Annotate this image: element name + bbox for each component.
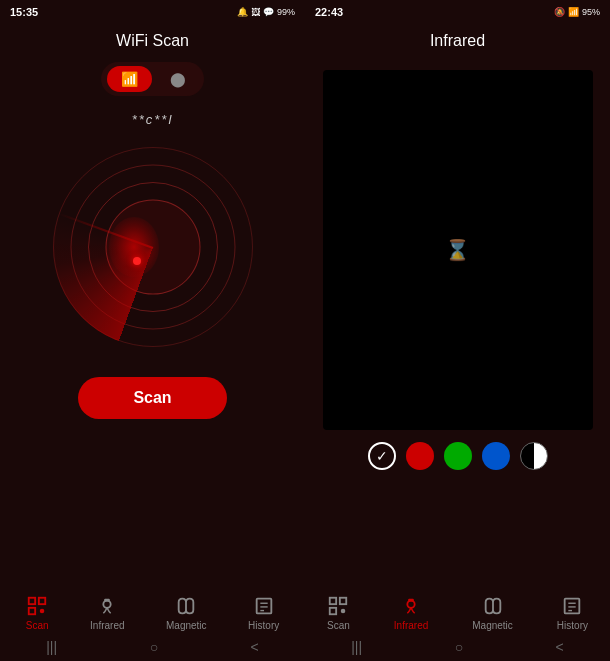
nav-label-scan-left: Scan <box>26 620 49 631</box>
scan-button[interactable]: Scan <box>78 377 226 419</box>
svg-rect-15 <box>408 599 414 602</box>
back-icon-left[interactable]: < <box>251 639 259 655</box>
nav-item-history-right[interactable]: History <box>557 595 588 631</box>
network-name: **c**l <box>132 112 174 127</box>
nav-label-history-right: History <box>557 620 588 631</box>
svg-point-3 <box>40 609 45 614</box>
camera-view: ⌛ <box>323 70 593 430</box>
nav-item-magnetic-left[interactable]: Magnetic <box>166 595 207 631</box>
magnetic-nav-icon-left <box>175 595 197 617</box>
time-left: 15:35 <box>10 6 38 18</box>
nav-item-infrared-right[interactable]: Infrared <box>394 595 428 631</box>
color-blue-button[interactable] <box>482 442 510 470</box>
back-icon-right[interactable]: < <box>556 639 564 655</box>
nav-label-infrared-right: Infrared <box>394 620 428 631</box>
svg-rect-12 <box>330 608 336 614</box>
page-title-left: WiFi Scan <box>116 32 189 50</box>
svg-point-13 <box>341 609 346 614</box>
bt-toggle[interactable]: ⬤ <box>158 66 198 92</box>
toggle-bar: 📶 ⬤ <box>101 62 204 96</box>
color-red-button[interactable] <box>406 442 434 470</box>
scan-nav-icon <box>26 595 48 617</box>
scan-nav-icon-right <box>327 595 349 617</box>
color-check-button[interactable]: ✓ <box>368 442 396 470</box>
nav-label-history-left: History <box>248 620 279 631</box>
recent-apps-icon-right[interactable]: ||| <box>351 639 362 655</box>
infrared-nav-icon-left <box>96 595 118 617</box>
battery-right: 95% <box>582 7 600 17</box>
svg-rect-1 <box>39 598 45 604</box>
nav-item-magnetic-right[interactable]: Magnetic <box>472 595 513 631</box>
magnetic-nav-icon-right <box>482 595 504 617</box>
status-bar-left: 15:35 🔔 🖼 💬 99% <box>0 0 305 24</box>
svg-point-14 <box>407 601 414 608</box>
time-right: 22:43 <box>315 6 343 18</box>
nav-item-scan-left[interactable]: Scan <box>26 595 49 631</box>
signal-icon: 📶 <box>568 7 579 17</box>
radar-dot <box>133 257 141 265</box>
color-green-button[interactable] <box>444 442 472 470</box>
color-palette: ✓ <box>368 442 548 470</box>
nav-label-magnetic-right: Magnetic <box>472 620 513 631</box>
wifi-toggle[interactable]: 📶 <box>107 66 152 92</box>
home-bar-left: ||| ○ < <box>0 639 305 655</box>
sound-icon: 🔕 <box>554 7 565 17</box>
loading-spinner: ⌛ <box>445 238 470 262</box>
infrared-nav-icon-right <box>400 595 422 617</box>
status-bar-right: 22:43 🔕 📶 95% <box>305 0 610 24</box>
history-nav-icon-right <box>561 595 583 617</box>
recent-apps-icon-left[interactable]: ||| <box>46 639 57 655</box>
right-panel: 22:43 🔕 📶 95% Infrared ⌛ ✓ Scan <box>305 0 610 661</box>
color-bw-button[interactable] <box>520 442 548 470</box>
nav-label-scan-right: Scan <box>327 620 350 631</box>
home-icon-left[interactable]: ○ <box>150 639 158 655</box>
svg-rect-0 <box>29 598 35 604</box>
status-icons-right: 🔕 📶 95% <box>554 7 600 17</box>
page-title-right: Infrared <box>430 32 485 50</box>
nav-label-magnetic-left: Magnetic <box>166 620 207 631</box>
whatsapp-icon: 💬 <box>263 7 274 17</box>
left-panel: 15:35 🔔 🖼 💬 99% WiFi Scan 📶 ⬤ **c**l Sca… <box>0 0 305 661</box>
svg-rect-11 <box>340 598 346 604</box>
svg-rect-2 <box>29 608 35 614</box>
notification-icon: 🔔 <box>237 7 248 17</box>
home-icon-right[interactable]: ○ <box>455 639 463 655</box>
radar-display <box>53 147 253 347</box>
history-nav-icon-left <box>253 595 275 617</box>
battery-left: 99% <box>277 7 295 17</box>
svg-point-4 <box>104 601 111 608</box>
bottom-nav-left: Scan Infrared Magnetic <box>0 595 305 631</box>
status-icons-left: 🔔 🖼 💬 99% <box>237 7 295 17</box>
nav-label-infrared-left: Infrared <box>90 620 124 631</box>
svg-rect-10 <box>330 598 336 604</box>
nav-item-infrared-left[interactable]: Infrared <box>90 595 124 631</box>
wifi-icon: 📶 <box>121 71 138 87</box>
nav-item-history-left[interactable]: History <box>248 595 279 631</box>
image-icon: 🖼 <box>251 7 260 17</box>
bottom-nav-right: Scan Infrared Magnetic <box>305 595 610 631</box>
nav-item-scan-right[interactable]: Scan <box>327 595 350 631</box>
home-bar-right: ||| ○ < <box>305 639 610 655</box>
bluetooth-icon: ⬤ <box>170 71 186 87</box>
svg-rect-5 <box>105 599 111 602</box>
